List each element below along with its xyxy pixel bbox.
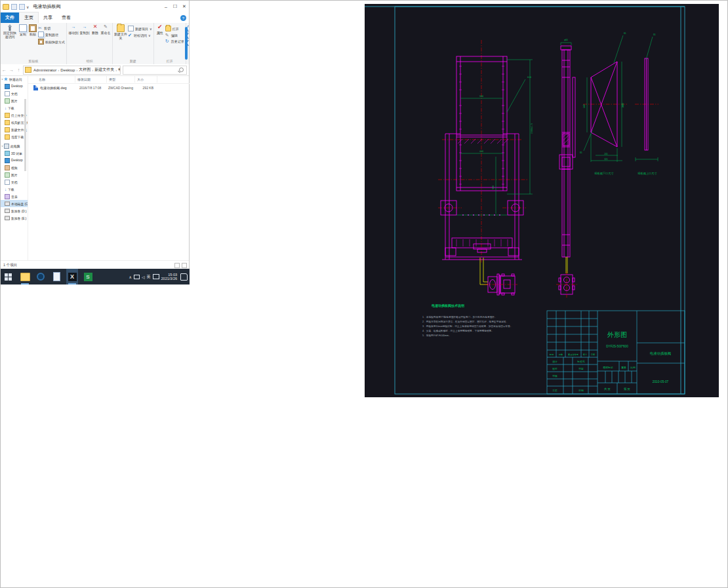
copy-path-button[interactable]: 复制路径 — [38, 31, 65, 37]
column-size[interactable]: 大小 — [135, 76, 157, 83]
picture-icon — [5, 172, 10, 178]
delete-button[interactable]: ✕ 删除 — [91, 24, 100, 35]
breadcrumb-segment[interactable]: Administrator — [33, 68, 57, 72]
explorer-app-icon — [3, 4, 9, 10]
thumbnails-view-icon[interactable] — [182, 263, 187, 268]
star-icon — [4, 77, 8, 81]
sidebar-item-pictures[interactable]: 图片 — [1, 97, 28, 104]
sidebar-item-downloads[interactable]: ↓下载 — [1, 104, 28, 111]
pin-to-quick-access-button[interactable]: 固定到快速访问 — [2, 24, 18, 39]
start-button[interactable] — [1, 269, 15, 284]
notification-center-icon[interactable] — [180, 273, 188, 281]
quick-access-toolbar-icon[interactable] — [19, 4, 25, 10]
ribbon-tabs: 文件 主页 共享 查看 — [1, 12, 189, 24]
sidebar-item-downloads[interactable]: ↓下载 — [1, 186, 28, 193]
sidebar-item-desktop[interactable]: Desktop — [1, 157, 28, 164]
easy-access-button[interactable]: ✔ 轻松访问 ∨ — [128, 33, 152, 37]
taskbar-clock[interactable]: 15:03 2021/3/26 — [161, 273, 177, 281]
breadcrumb-segment[interactable]: 大样图 — [78, 67, 91, 73]
title-block: 外形图 DYF2S-500*600 电液动插板阀 2010-05-07 标记 处… — [547, 311, 685, 394]
taskbar-zwcad[interactable]: X — [66, 269, 78, 284]
tab-share[interactable]: 共享 — [39, 12, 57, 23]
tb-field: 工艺 — [552, 389, 557, 392]
file-row[interactable]: 电液动插板阀.dwg 2016/7/8 17:08 ZWCAD Drawing … — [28, 84, 190, 91]
edit-button[interactable]: ✎ 编辑 — [165, 33, 184, 37]
breadcrumb-segment[interactable]: 电液动插板阀 — [117, 67, 121, 73]
select-all-button[interactable]: 全部选择 — [188, 26, 189, 31]
tb-field: 比例 — [630, 366, 636, 369]
column-type[interactable]: 类型 — [107, 76, 135, 83]
cut-button[interactable]: ✂ 剪切 — [38, 26, 65, 30]
quick-access-toolbar-icon[interactable] — [11, 4, 17, 10]
copy-to-button[interactable]: → 复制到 — [79, 24, 90, 35]
tb-field: 第 页 — [624, 387, 631, 391]
tray-monitor-icon[interactable] — [134, 275, 140, 279]
column-date[interactable]: 修改日期 — [75, 76, 107, 83]
delete-icon: ✕ — [92, 24, 98, 31]
sidebar-item-this-pc[interactable]: ∨此电脑 — [1, 142, 28, 149]
sidebar-item-pictures[interactable]: 图片 — [1, 171, 28, 178]
new-folder-button[interactable]: 新建文件夹 — [114, 24, 127, 40]
sidebar-item-videos[interactable]: 视频 — [1, 164, 28, 171]
folder-icon — [5, 127, 10, 132]
rename-icon: ✎ — [102, 24, 109, 31]
rename-button[interactable]: ✎ 重命名 — [100, 24, 111, 35]
cad-viewport[interactable]: 500 480 1560±1.5 900 δ10 — [365, 4, 719, 397]
quick-access-dropdown-icon[interactable]: ∨ — [26, 5, 29, 9]
sidebar-item-folder[interactable]: 待上传文件 — [1, 111, 28, 119]
sidebar-item-quick-access[interactable]: ∨快速访问 — [1, 75, 28, 83]
search-input[interactable] — [123, 66, 187, 75]
sidebar-item-documents[interactable]: 文档 — [1, 178, 28, 186]
taskbar-green-app[interactable]: S — [82, 269, 94, 284]
sidebar-item-folder[interactable]: 模具解压资料 — [1, 119, 28, 126]
folder-icon — [25, 67, 31, 73]
properties-button[interactable]: ✔ 属性 — [155, 24, 165, 35]
taskbar-browser[interactable] — [35, 269, 47, 284]
paste-shortcut-button[interactable]: 粘贴快捷方式 — [38, 39, 65, 45]
details-view-icon[interactable] — [174, 263, 180, 268]
open-button[interactable]: 打开 — [165, 26, 184, 31]
ime-indicator[interactable]: 英 — [147, 274, 151, 280]
history-button[interactable]: ↻ 历史记录 — [165, 39, 184, 43]
speaker-icon[interactable]: ◁ — [142, 275, 145, 279]
select-none-icon — [188, 33, 189, 39]
breadcrumb[interactable]: Administrator › Desktop › 大样图 › 新建文件夹 › … — [23, 66, 121, 75]
taskbar-file-explorer[interactable] — [19, 269, 31, 284]
paste-button[interactable]: 粘贴 — [28, 24, 37, 37]
new-item-button[interactable]: 新建项目 ∨ — [128, 26, 152, 31]
sidebar-item-documents[interactable]: 文档 — [1, 90, 28, 97]
ribbon-scrollbar[interactable] — [185, 27, 188, 60]
search-icon — [179, 68, 184, 72]
tab-file[interactable]: 文件 — [1, 12, 19, 23]
copy-button[interactable]: 复制 — [18, 24, 28, 37]
sidebar-item-volume-e[interactable]: 新加卷 (E:) — [1, 214, 28, 222]
invert-selection-button[interactable]: 反向选择 — [188, 40, 189, 46]
sidebar-item-volume-d[interactable]: 新加卷 (D:) — [1, 207, 28, 214]
back-icon[interactable]: ← — [1, 68, 8, 72]
maximize-button[interactable]: ☐ — [171, 2, 180, 11]
breadcrumb-segment[interactable]: Desktop — [60, 68, 75, 72]
tab-view[interactable]: 查看 — [57, 12, 75, 23]
sidebar-item-desktop[interactable]: Desktop — [1, 83, 28, 90]
column-name[interactable]: 名称 — [28, 76, 75, 83]
sidebar-item-folder[interactable]: 迅雷下载 — [1, 133, 28, 140]
dim-label: 900 — [492, 186, 495, 189]
close-button[interactable]: ✕ — [180, 2, 189, 11]
select-none-button[interactable]: 全部取消 — [188, 33, 189, 39]
sidebar-scrollbar[interactable] — [24, 99, 26, 171]
tray-chevron-icon[interactable]: ∧ — [129, 275, 132, 279]
up-icon[interactable]: ↑ — [15, 68, 22, 72]
forward-icon[interactable]: → — [8, 68, 15, 72]
breadcrumb-segment[interactable]: 新建文件夹 — [94, 67, 115, 73]
computer-icon — [4, 144, 9, 149]
move-to-button[interactable]: → 移动到 — [68, 24, 79, 35]
help-icon[interactable]: ? — [180, 15, 186, 21]
minimize-button[interactable]: – — [161, 2, 171, 11]
sidebar-item-local-disk-c[interactable]: 本地磁盘 (C:) — [1, 200, 28, 207]
sidebar-item-3d-objects[interactable]: 3D 对象 — [1, 149, 28, 157]
taskbar-document-app[interactable] — [51, 269, 62, 284]
sidebar-item-folder[interactable]: 新建文件夹 — [1, 126, 28, 133]
keyboard-icon[interactable] — [153, 274, 159, 279]
sidebar-item-music[interactable]: 音乐 — [1, 193, 28, 200]
tab-home[interactable]: 主页 — [19, 12, 39, 23]
